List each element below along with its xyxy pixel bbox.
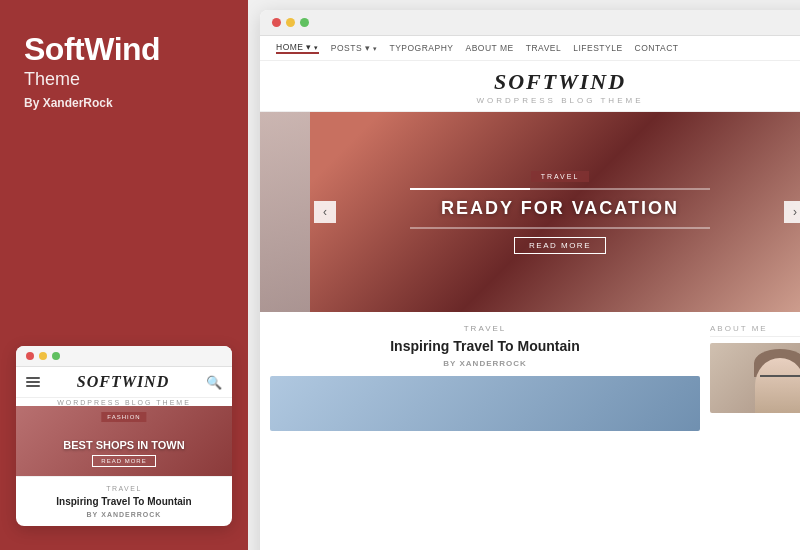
hero-badge: TRAVEL	[531, 171, 590, 182]
mobile-nav-bar: SOFTWIND 🔍	[16, 367, 232, 398]
brand-subtitle: Theme	[24, 69, 224, 90]
mobile-article: TRAVEL Inspiring Travel To Mountain BY X…	[16, 476, 232, 526]
sidebar-avatar	[710, 343, 800, 413]
dot-yellow	[39, 352, 47, 360]
hero-slider: TRAVEL READY FOR VACATION READ MORE ‹ ›	[260, 112, 800, 312]
hero-center: TRAVEL READY FOR VACATION READ MORE	[310, 112, 800, 312]
mobile-hero-title: BEST SHOPS IN TOWN	[63, 439, 184, 451]
article-image	[270, 376, 700, 431]
dot-red	[26, 352, 34, 360]
browser-dot-green	[300, 18, 309, 27]
mobile-article-author: BY XANDERROCK	[26, 511, 222, 518]
avatar-glasses-icon	[760, 375, 800, 383]
sidebar: ABOUT ME	[710, 324, 800, 431]
hero-read-more-button[interactable]: READ MORE	[514, 237, 606, 254]
article-author: BY XANDERROCK	[270, 359, 700, 368]
slider-next-button[interactable]: ›	[784, 201, 800, 223]
right-panel: HOME ▾ POSTS ▾ TYPOGRAPHY ABOUT ME TRAVE…	[248, 0, 800, 550]
main-article: TRAVEL Inspiring Travel To Mountain BY X…	[270, 324, 700, 431]
nav-item-travel[interactable]: TRAVEL	[526, 43, 561, 53]
hero-progress-bar-2	[410, 227, 710, 229]
nav-item-about[interactable]: ABOUT ME	[466, 43, 514, 53]
site-logo-tagline: WORDPRESS BLOG THEME	[260, 96, 800, 105]
slider-left-strip	[260, 112, 310, 312]
search-icon[interactable]: 🔍	[206, 375, 222, 390]
mobile-hero-section: FASHION BEST SHOPS IN TOWN READ MORE	[16, 406, 232, 476]
browser-dot-yellow	[286, 18, 295, 27]
mobile-preview-card: SOFTWIND 🔍 WORDPRESS BLOG THEME FASHION …	[16, 346, 232, 526]
mobile-hero-badge: FASHION	[101, 412, 146, 422]
hero-progress-bar	[410, 188, 710, 190]
browser-window: HOME ▾ POSTS ▾ TYPOGRAPHY ABOUT ME TRAVE…	[260, 10, 800, 550]
hero-title: READY FOR VACATION	[441, 198, 679, 219]
left-panel: SoftWind Theme By XanderRock SOFTWIND 🔍 …	[0, 0, 248, 550]
sidebar-about-label: ABOUT ME	[710, 324, 800, 337]
site-navigation: HOME ▾ POSTS ▾ TYPOGRAPHY ABOUT ME TRAVE…	[260, 36, 800, 61]
browser-chrome	[260, 10, 800, 36]
mobile-chrome	[16, 346, 232, 367]
article-title[interactable]: Inspiring Travel To Mountain	[270, 337, 700, 355]
site-logo: SOFTWIND	[260, 69, 800, 95]
content-row: TRAVEL Inspiring Travel To Mountain BY X…	[260, 312, 800, 431]
nav-items: HOME ▾ POSTS ▾ TYPOGRAPHY ABOUT ME TRAVE…	[276, 42, 679, 54]
nav-item-lifestyle[interactable]: LIFESTYLE	[573, 43, 622, 53]
nav-item-home[interactable]: HOME ▾	[276, 42, 319, 54]
hamburger-icon[interactable]	[26, 377, 40, 387]
mobile-article-category: TRAVEL	[26, 485, 222, 492]
nav-item-posts[interactable]: POSTS ▾	[331, 43, 378, 53]
avatar-face	[755, 358, 800, 413]
nav-item-contact[interactable]: CONTACT	[635, 43, 679, 53]
slider-prev-button[interactable]: ‹	[314, 201, 336, 223]
brand-title: SoftWind	[24, 32, 224, 67]
article-category: TRAVEL	[270, 324, 700, 333]
mobile-logo: SOFTWIND	[77, 373, 169, 391]
mobile-logo-tagline: WORDPRESS BLOG THEME	[16, 399, 232, 406]
site-logo-area: SOFTWIND WORDPRESS BLOG THEME	[260, 61, 800, 112]
brand-author: By XanderRock	[24, 96, 224, 110]
dot-green	[52, 352, 60, 360]
mobile-article-title: Inspiring Travel To Mountain	[26, 495, 222, 508]
nav-item-typography[interactable]: TYPOGRAPHY	[389, 43, 453, 53]
mobile-read-more-button[interactable]: READ MORE	[92, 455, 155, 467]
browser-dot-red	[272, 18, 281, 27]
